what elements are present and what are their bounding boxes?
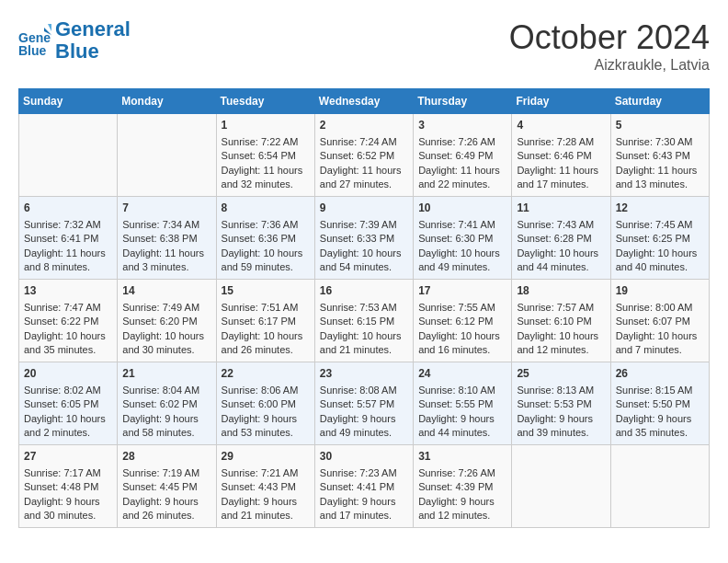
day-info: Sunset: 6:28 PM	[517, 232, 605, 246]
day-number: 7	[122, 201, 210, 216]
calendar-cell: 25Sunrise: 8:13 AMSunset: 5:53 PMDayligh…	[512, 362, 610, 445]
calendar-cell: 9Sunrise: 7:39 AMSunset: 6:33 PMDaylight…	[314, 197, 413, 280]
day-info: Daylight: 11 hours and 27 minutes.	[320, 164, 408, 192]
day-number: 14	[122, 283, 210, 299]
day-info: Daylight: 10 hours and 54 minutes.	[320, 247, 408, 275]
calendar-cell: 28Sunrise: 7:19 AMSunset: 4:45 PMDayligh…	[118, 445, 216, 528]
day-info: Sunrise: 7:24 AM	[320, 135, 408, 149]
day-info: Sunset: 6:46 PM	[517, 149, 605, 163]
day-info: Sunrise: 7:57 AM	[517, 301, 605, 315]
calendar-cell: 13Sunrise: 7:47 AMSunset: 6:22 PMDayligh…	[19, 280, 118, 362]
calendar-cell: 31Sunrise: 7:26 AMSunset: 4:39 PMDayligh…	[414, 445, 512, 528]
day-info: Daylight: 11 hours and 3 minutes.	[122, 247, 210, 275]
calendar-cell: 29Sunrise: 7:21 AMSunset: 4:43 PMDayligh…	[216, 445, 314, 528]
calendar-week-5: 27Sunrise: 7:17 AMSunset: 4:48 PMDayligh…	[19, 445, 710, 528]
calendar-cell: 18Sunrise: 7:57 AMSunset: 6:10 PMDayligh…	[512, 280, 610, 362]
day-info: Sunset: 5:53 PM	[517, 397, 605, 411]
calendar-cell: 1Sunrise: 7:22 AMSunset: 6:54 PMDaylight…	[216, 114, 314, 197]
day-number: 3	[418, 118, 506, 133]
day-info: Sunrise: 7:22 AM	[222, 135, 310, 149]
day-info: Sunrise: 7:26 AM	[418, 466, 506, 480]
day-info: Sunrise: 7:43 AM	[517, 218, 605, 232]
day-number: 27	[24, 449, 112, 465]
calendar-header-row: SundayMondayTuesdayWednesdayThursdayFrid…	[19, 89, 710, 114]
day-info: Daylight: 10 hours and 21 minutes.	[320, 329, 408, 358]
calendar-cell: 12Sunrise: 7:45 AMSunset: 6:25 PMDayligh…	[610, 197, 709, 280]
day-info: Sunrise: 7:53 AM	[320, 301, 408, 315]
calendar-cell: 6Sunrise: 7:32 AMSunset: 6:41 PMDaylight…	[19, 197, 118, 280]
day-info: Sunrise: 8:13 AM	[517, 384, 605, 397]
calendar-cell	[610, 445, 709, 528]
day-info: Sunset: 4:39 PM	[418, 480, 506, 494]
calendar-cell: 24Sunrise: 8:10 AMSunset: 5:55 PMDayligh…	[414, 362, 512, 445]
calendar-cell: 19Sunrise: 8:00 AMSunset: 6:07 PMDayligh…	[610, 280, 709, 362]
calendar-cell	[19, 114, 118, 197]
day-info: Sunset: 6:12 PM	[418, 315, 506, 328]
day-info: Daylight: 9 hours and 26 minutes.	[122, 495, 210, 523]
day-info: Daylight: 10 hours and 16 minutes.	[418, 329, 506, 358]
calendar-cell: 7Sunrise: 7:34 AMSunset: 6:38 PMDaylight…	[118, 197, 216, 280]
day-info: Daylight: 9 hours and 58 minutes.	[122, 412, 210, 441]
day-info: Daylight: 11 hours and 32 minutes.	[222, 164, 310, 192]
day-info: Sunset: 5:55 PM	[418, 397, 506, 411]
location-title: Aizkraukle, Latvia	[509, 57, 710, 74]
day-number: 24	[418, 366, 506, 382]
day-info: Sunset: 6:10 PM	[517, 315, 605, 328]
day-info: Sunrise: 7:21 AM	[222, 466, 310, 480]
day-info: Sunset: 6:43 PM	[616, 149, 704, 163]
day-number: 31	[418, 449, 506, 465]
day-info: Sunset: 6:54 PM	[222, 149, 310, 163]
page-header: General Blue General Blue October 2024 A…	[18, 18, 710, 74]
day-info: Sunrise: 7:41 AM	[418, 218, 506, 232]
day-info: Daylight: 9 hours and 30 minutes.	[24, 495, 112, 523]
day-header-friday: Friday	[512, 89, 610, 114]
day-info: Sunrise: 7:17 AM	[24, 466, 112, 480]
calendar-cell: 10Sunrise: 7:41 AMSunset: 6:30 PMDayligh…	[414, 197, 512, 280]
day-info: Sunset: 4:43 PM	[222, 480, 310, 494]
day-info: Sunrise: 7:26 AM	[418, 135, 506, 149]
day-number: 10	[418, 201, 506, 216]
day-info: Daylight: 9 hours and 49 minutes.	[320, 412, 408, 441]
day-info: Sunset: 6:07 PM	[616, 315, 704, 328]
day-info: Daylight: 9 hours and 21 minutes.	[222, 495, 310, 523]
day-info: Sunrise: 8:10 AM	[418, 384, 506, 397]
calendar-cell: 4Sunrise: 7:28 AMSunset: 6:46 PMDaylight…	[512, 114, 610, 197]
day-info: Sunrise: 8:00 AM	[616, 301, 704, 315]
day-info: Sunset: 6:25 PM	[616, 232, 704, 246]
day-info: Sunset: 5:57 PM	[320, 397, 408, 411]
day-info: Sunset: 6:22 PM	[24, 315, 112, 328]
day-info: Sunrise: 7:39 AM	[320, 218, 408, 232]
day-header-tuesday: Tuesday	[216, 89, 314, 114]
calendar-cell: 30Sunrise: 7:23 AMSunset: 4:41 PMDayligh…	[314, 445, 413, 528]
day-number: 8	[222, 201, 310, 216]
day-info: Sunset: 4:45 PM	[122, 480, 210, 494]
calendar-week-4: 20Sunrise: 8:02 AMSunset: 6:05 PMDayligh…	[19, 362, 710, 445]
logo-text: General Blue	[55, 18, 131, 63]
day-number: 16	[320, 283, 408, 299]
day-info: Daylight: 11 hours and 22 minutes.	[418, 164, 506, 192]
calendar-cell: 20Sunrise: 8:02 AMSunset: 6:05 PMDayligh…	[19, 362, 118, 445]
day-info: Daylight: 10 hours and 7 minutes.	[616, 329, 704, 358]
day-header-thursday: Thursday	[414, 89, 512, 114]
day-number: 23	[320, 366, 408, 382]
day-info: Sunrise: 7:32 AM	[24, 218, 112, 232]
day-info: Daylight: 10 hours and 26 minutes.	[222, 329, 310, 358]
title-block: October 2024 Aizkraukle, Latvia	[509, 18, 710, 74]
day-info: Sunrise: 8:15 AM	[616, 384, 704, 397]
logo: General Blue General Blue	[18, 18, 131, 63]
day-number: 19	[616, 283, 704, 299]
day-number: 25	[517, 366, 605, 382]
day-number: 5	[616, 118, 704, 133]
day-number: 28	[122, 449, 210, 465]
day-info: Sunset: 6:30 PM	[418, 232, 506, 246]
day-info: Sunrise: 7:49 AM	[122, 301, 210, 315]
day-number: 29	[222, 449, 310, 465]
calendar-cell: 22Sunrise: 8:06 AMSunset: 6:00 PMDayligh…	[216, 362, 314, 445]
day-number: 17	[418, 283, 506, 299]
day-header-saturday: Saturday	[610, 89, 709, 114]
calendar-week-2: 6Sunrise: 7:32 AMSunset: 6:41 PMDaylight…	[19, 197, 710, 280]
svg-text:Blue: Blue	[18, 43, 47, 57]
day-number: 21	[122, 366, 210, 382]
day-info: Sunset: 6:52 PM	[320, 149, 408, 163]
day-info: Daylight: 9 hours and 35 minutes.	[616, 412, 704, 441]
